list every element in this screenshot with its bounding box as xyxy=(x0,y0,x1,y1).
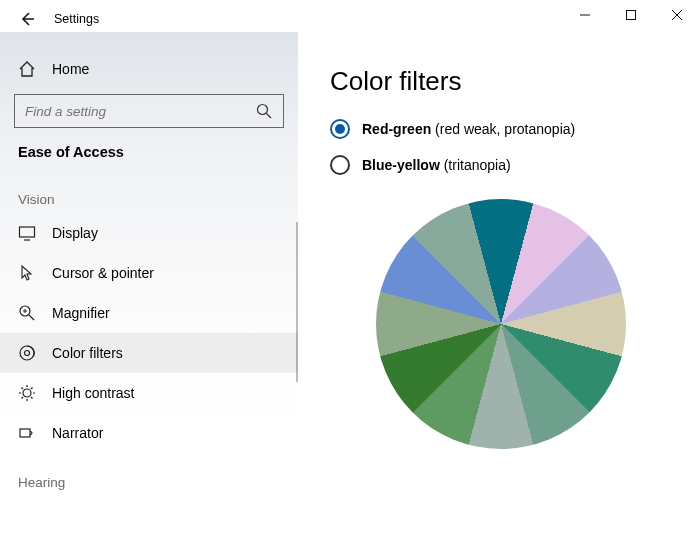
svg-line-22 xyxy=(31,388,33,390)
svg-rect-6 xyxy=(20,227,35,237)
sidebar-item-magnifier[interactable]: Magnifier xyxy=(0,293,298,333)
home-label: Home xyxy=(52,61,89,77)
main-content: Color filters Red-green (red weak, prota… xyxy=(298,32,700,553)
svg-line-5 xyxy=(267,114,272,119)
search-field[interactable] xyxy=(25,104,248,119)
nav-label: Display xyxy=(52,225,98,241)
radio-icon xyxy=(330,155,350,175)
radio-label: Red-green (red weak, protanopia) xyxy=(362,121,575,137)
nav-label: High contrast xyxy=(52,385,134,401)
radio-label: Blue-yellow (tritanopia) xyxy=(362,157,511,173)
category-header: Ease of Access xyxy=(0,142,298,170)
svg-point-14 xyxy=(23,389,31,397)
radio-red-green[interactable]: Red-green (red weak, protanopia) xyxy=(330,119,672,139)
home-nav[interactable]: Home xyxy=(0,52,298,88)
group-vision: Vision xyxy=(0,170,298,213)
svg-line-19 xyxy=(22,388,24,390)
nav-label: Narrator xyxy=(52,425,103,441)
group-hearing: Hearing xyxy=(0,453,298,496)
sidebar: Home Ease of Access Vision Display xyxy=(0,32,298,553)
window-controls xyxy=(562,0,700,30)
display-icon xyxy=(18,224,36,242)
color-filters-icon xyxy=(18,344,36,362)
sidebar-item-narrator[interactable]: Narrator xyxy=(0,413,298,453)
sidebar-item-display[interactable]: Display xyxy=(0,213,298,253)
settings-window: Settings Home xyxy=(0,0,700,553)
back-icon[interactable] xyxy=(18,10,36,28)
nav-label: Cursor & pointer xyxy=(52,265,154,281)
page-title: Color filters xyxy=(330,66,672,97)
cursor-icon xyxy=(18,264,36,282)
svg-line-21 xyxy=(22,397,24,399)
magnifier-icon xyxy=(18,304,36,322)
minimize-button[interactable] xyxy=(562,0,608,30)
radio-blue-yellow[interactable]: Blue-yellow (tritanopia) xyxy=(330,155,672,175)
titlebar: Settings xyxy=(0,0,700,32)
sidebar-item-high-contrast[interactable]: High contrast xyxy=(0,373,298,413)
svg-rect-1 xyxy=(627,11,636,20)
radio-icon xyxy=(330,119,350,139)
sidebar-item-cursor[interactable]: Cursor & pointer xyxy=(0,253,298,293)
close-button[interactable] xyxy=(654,0,700,30)
svg-point-4 xyxy=(258,105,268,115)
window-title: Settings xyxy=(54,12,99,26)
narrator-icon xyxy=(18,424,36,442)
home-icon xyxy=(18,60,36,78)
sidebar-item-color-filters[interactable]: Color filters xyxy=(0,333,298,373)
scrollbar[interactable] xyxy=(296,222,298,382)
search-icon xyxy=(255,102,273,120)
svg-point-13 xyxy=(25,351,30,356)
svg-line-9 xyxy=(29,315,34,320)
nav-label: Magnifier xyxy=(52,305,110,321)
high-contrast-icon xyxy=(18,384,36,402)
nav-label: Color filters xyxy=(52,345,123,361)
svg-rect-23 xyxy=(20,429,30,437)
svg-line-20 xyxy=(31,397,33,399)
search-input[interactable] xyxy=(14,94,284,128)
color-wheel-preview xyxy=(376,199,626,449)
maximize-button[interactable] xyxy=(608,0,654,30)
